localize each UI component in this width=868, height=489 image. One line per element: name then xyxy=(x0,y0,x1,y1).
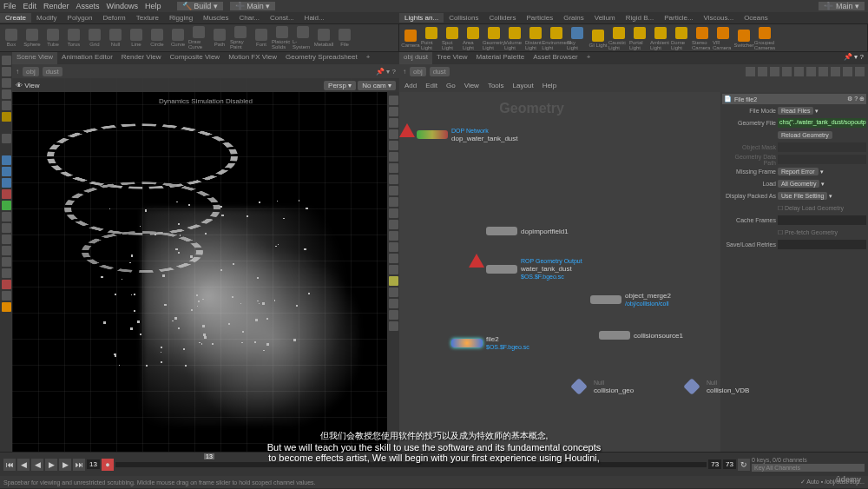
tool-gilight[interactable]: GI Light xyxy=(588,25,608,51)
network-view[interactable]: Geometry DOP Networkdop_water_tank_dust … xyxy=(399,92,720,452)
shelf-tab[interactable]: Vellum xyxy=(589,13,621,23)
net-view[interactable]: View xyxy=(464,82,479,89)
record-icon[interactable] xyxy=(2,280,11,289)
net-tools[interactable]: Tools xyxy=(488,82,504,89)
snap-icon[interactable] xyxy=(2,167,11,176)
last-frame-button[interactable]: ⏭ xyxy=(73,459,85,471)
net-layout[interactable]: Layout xyxy=(513,82,534,89)
option-icon[interactable] xyxy=(2,291,11,301)
menu-render[interactable]: Render xyxy=(43,2,69,10)
scale-icon[interactable] xyxy=(2,101,11,110)
option-icon[interactable] xyxy=(2,201,11,210)
shelf-tab[interactable]: Lights an... xyxy=(399,13,444,23)
tool-geolight[interactable]: Geometry Light xyxy=(483,25,504,51)
tool-stereocam[interactable]: Stereo Camera xyxy=(692,25,713,51)
display-icon[interactable] xyxy=(389,186,398,195)
shelf-tab[interactable]: Haid... xyxy=(299,13,330,23)
tab-add[interactable]: + xyxy=(582,52,595,64)
tab-anim-editor[interactable]: Animation Editor xyxy=(57,52,117,64)
option-icon[interactable] xyxy=(2,257,11,267)
tool-box[interactable]: Box xyxy=(1,25,22,50)
display-icon[interactable] xyxy=(389,208,398,218)
net-help[interactable]: Help xyxy=(542,82,556,89)
display-icon[interactable] xyxy=(389,118,398,128)
shelf-tab[interactable]: Viscous... xyxy=(699,13,740,23)
tool-sphere[interactable]: Sphere xyxy=(22,25,43,50)
display-icon[interactable] xyxy=(389,152,398,162)
crumb-node[interactable]: dust xyxy=(43,67,62,76)
menu-edit[interactable]: Edit xyxy=(23,2,37,10)
shelf-tab[interactable]: Texture xyxy=(131,13,164,23)
crumb-obj[interactable]: obj xyxy=(23,67,39,76)
node-collision-vdb[interactable]: Nullcollision_VDB xyxy=(686,379,749,394)
display-icon[interactable] xyxy=(389,287,398,297)
display-icon[interactable] xyxy=(389,265,398,274)
build-dropdown[interactable]: 🔨 Build ▾ xyxy=(177,2,223,10)
tool-null[interactable]: Null xyxy=(105,25,126,50)
option-icon[interactable] xyxy=(2,212,11,221)
first-frame-button[interactable]: ⏮ xyxy=(3,459,16,471)
menu-help[interactable]: Help xyxy=(145,2,161,10)
option-icon[interactable] xyxy=(2,246,11,255)
display-icon[interactable] xyxy=(389,96,398,105)
tool-grid[interactable]: Grid xyxy=(84,25,105,50)
shelf-tab[interactable]: Rigid B... xyxy=(621,13,659,23)
prev-frame-button[interactable]: ◀ xyxy=(17,459,30,471)
node-output[interactable]: ROP Geometry Outputwater_tank_dust$OS.$F… xyxy=(486,257,582,281)
nav-icon[interactable] xyxy=(782,67,792,76)
key-all-button[interactable]: Key All Channels xyxy=(752,464,865,472)
geo-file-field[interactable]: chs("../water_tank_dust/sopoutput") xyxy=(778,118,866,128)
shelf-tab[interactable]: Collisions xyxy=(444,13,483,23)
tool-envlight[interactable]: Environment Light xyxy=(546,25,567,51)
nav-icon[interactable] xyxy=(770,67,779,76)
tab-motionfx[interactable]: Motion FX View xyxy=(224,52,281,64)
nav-icon[interactable] xyxy=(819,67,828,76)
net-add[interactable]: Add xyxy=(404,82,417,89)
tool-camera[interactable]: Camera xyxy=(400,25,421,51)
shelf-tab[interactable]: Deform xyxy=(98,13,131,23)
tool-path[interactable]: Path xyxy=(209,25,230,50)
shelf-tab[interactable]: Polygon xyxy=(62,13,98,23)
tab-render-view[interactable]: Render View xyxy=(117,52,166,64)
tab-geo-spread[interactable]: Geometry Spreadsheet xyxy=(281,52,362,64)
nav-icon[interactable] xyxy=(758,67,767,76)
display-icon[interactable] xyxy=(389,220,398,229)
node-dop[interactable]: DOP Networkdop_water_tank_dust xyxy=(417,127,518,142)
next-frame-button[interactable]: ▶ xyxy=(59,459,71,471)
persp-dropdown[interactable]: Persp ▾ xyxy=(324,81,356,90)
display-icon[interactable] xyxy=(389,197,398,207)
option-icon[interactable] xyxy=(2,223,11,233)
play-button[interactable]: ▶ xyxy=(45,459,57,471)
shelf-tab[interactable]: Muscles xyxy=(198,13,233,23)
nav-icon[interactable] xyxy=(831,67,840,76)
tool-vrcam[interactable]: VR Camera xyxy=(713,25,733,51)
shelf-tab[interactable]: Particle... xyxy=(659,13,698,23)
tab-tree-view[interactable]: Tree View xyxy=(432,52,472,64)
node-collision-geo[interactable]: Nullcollision_geo xyxy=(573,379,634,394)
tool-spray[interactable]: Spray Paint xyxy=(230,25,251,50)
nav-icon[interactable] xyxy=(843,67,852,76)
missing-dropdown[interactable]: Report Error xyxy=(778,168,819,175)
node-collisionsource[interactable]: collisionsource1 xyxy=(599,331,683,340)
option-icon[interactable] xyxy=(2,268,11,278)
tool-lsystem[interactable]: L-System xyxy=(293,25,313,50)
shelf-tab[interactable]: Particles xyxy=(522,13,559,23)
tool-switcher[interactable]: Switcher xyxy=(733,25,754,51)
tab-scene-view[interactable]: Scene View xyxy=(12,52,57,64)
net-go[interactable]: Go xyxy=(446,82,456,89)
shelf-tab[interactable]: Char... xyxy=(233,13,265,23)
shelf-tab[interactable]: Modify xyxy=(31,13,62,23)
tool-line[interactable]: Line xyxy=(126,25,147,50)
packed-dropdown[interactable]: Use File Setting xyxy=(778,192,827,200)
retries-slider[interactable] xyxy=(778,240,866,249)
rotate-icon[interactable] xyxy=(2,89,11,99)
tool-skylight[interactable]: Sky Light xyxy=(567,25,588,51)
file-mode-dropdown[interactable]: Read Files xyxy=(778,107,813,115)
tool-tube[interactable]: Tube xyxy=(43,25,63,50)
cache-slider[interactable] xyxy=(778,215,866,225)
tab-composite[interactable]: Composite View xyxy=(165,52,224,64)
tool-portallight[interactable]: Portal Light xyxy=(629,25,650,51)
tab-add[interactable]: + xyxy=(362,52,375,64)
snap-icon[interactable] xyxy=(2,178,11,188)
tab-material[interactable]: Material Palette xyxy=(472,52,529,64)
